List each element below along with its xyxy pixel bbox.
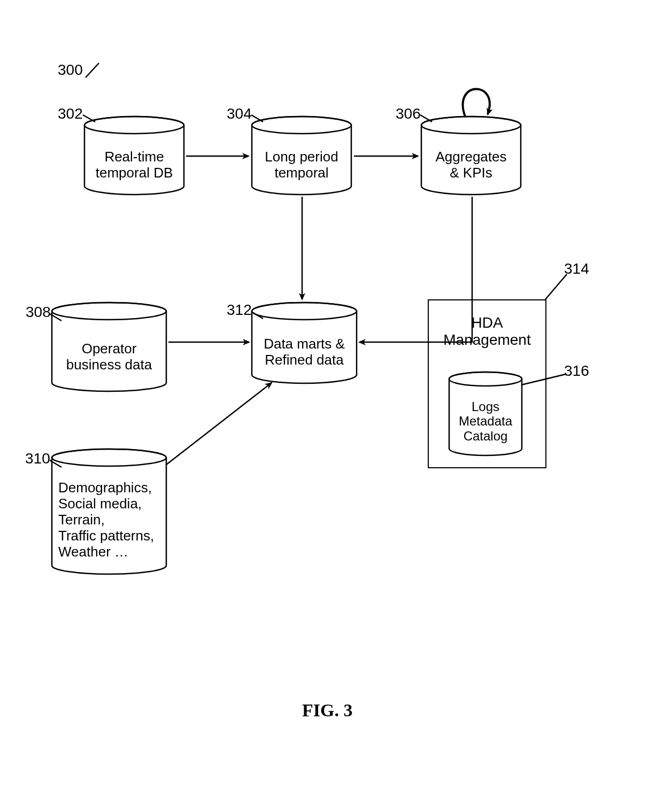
- cylinder-316-text: Logs Metadata Catalog: [448, 391, 523, 451]
- cylinder-304-text: Long period temporal: [251, 141, 352, 189]
- cylinder-310-text: Demographics, Social media, Terrain, Tra…: [51, 475, 167, 566]
- ref-302: 302: [58, 105, 83, 122]
- cylinder-306-line1: Aggregates: [436, 149, 507, 165]
- svg-line-19: [545, 274, 567, 299]
- cylinder-306-text: Aggregates & KPIs: [420, 141, 522, 189]
- ref-314: 314: [564, 260, 589, 277]
- cylinder-310: Demographics, Social media, Terrain, Tra…: [51, 448, 167, 575]
- ref-310: 310: [25, 450, 50, 467]
- cylinder-310-line2: Social media,: [58, 496, 142, 512]
- ref-308: 308: [26, 304, 51, 321]
- ref-304: 304: [227, 105, 252, 122]
- diagram-canvas: 300 Real-time temporal DB 302 Long perio…: [0, 0, 663, 812]
- cylinder-312-line1: Data marts &: [264, 336, 345, 352]
- ref-312: 312: [227, 301, 252, 319]
- cylinder-308-line1: Operator: [82, 341, 137, 357]
- figure-label: FIG. 3: [302, 700, 352, 721]
- cylinder-304-line1: Long period: [265, 149, 338, 165]
- cylinder-308-line2: business data: [66, 357, 152, 373]
- cylinder-310-line1: Demographics,: [58, 480, 152, 496]
- box-314-title-line1: HDA: [471, 314, 503, 331]
- cylinder-316-line3: Catalog: [464, 429, 508, 444]
- cylinder-302-line2: temporal DB: [96, 165, 173, 181]
- cylinder-316-line1: Logs: [472, 399, 499, 414]
- cylinder-302-text: Real-time temporal DB: [83, 141, 185, 189]
- cylinder-308-text: Operator business data: [51, 331, 167, 383]
- cylinder-302-line1: Real-time: [104, 149, 164, 165]
- figure-ref-300: 300: [58, 61, 83, 79]
- cylinder-308: Operator business data: [51, 301, 167, 392]
- box-314-title: HDA Management: [429, 314, 545, 349]
- cylinder-302: Real-time temporal DB: [83, 115, 185, 196]
- cylinder-312-text: Data marts & Refined data: [251, 327, 358, 377]
- cylinder-310-line3: Terrain,: [58, 512, 105, 528]
- cylinder-312: Data marts & Refined data: [251, 301, 358, 384]
- svg-line-27: [166, 383, 272, 465]
- cylinder-304-line2: temporal: [274, 165, 328, 181]
- cylinder-316: Logs Metadata Catalog: [448, 371, 523, 457]
- ref-306: 306: [396, 105, 421, 122]
- box-314-title-line2: Management: [443, 331, 530, 348]
- cylinder-304: Long period temporal: [251, 115, 352, 196]
- cylinder-310-line4: Traffic patterns,: [58, 528, 154, 544]
- cylinder-306: Aggregates & KPIs: [420, 115, 522, 196]
- cylinder-306-line2: & KPIs: [450, 165, 492, 181]
- cylinder-316-line2: Metadata: [459, 414, 512, 429]
- ref-316: 316: [564, 362, 589, 380]
- svg-line-0: [86, 63, 99, 78]
- cylinder-310-line5: Weather …: [58, 544, 128, 560]
- cylinder-312-line2: Refined data: [265, 352, 343, 368]
